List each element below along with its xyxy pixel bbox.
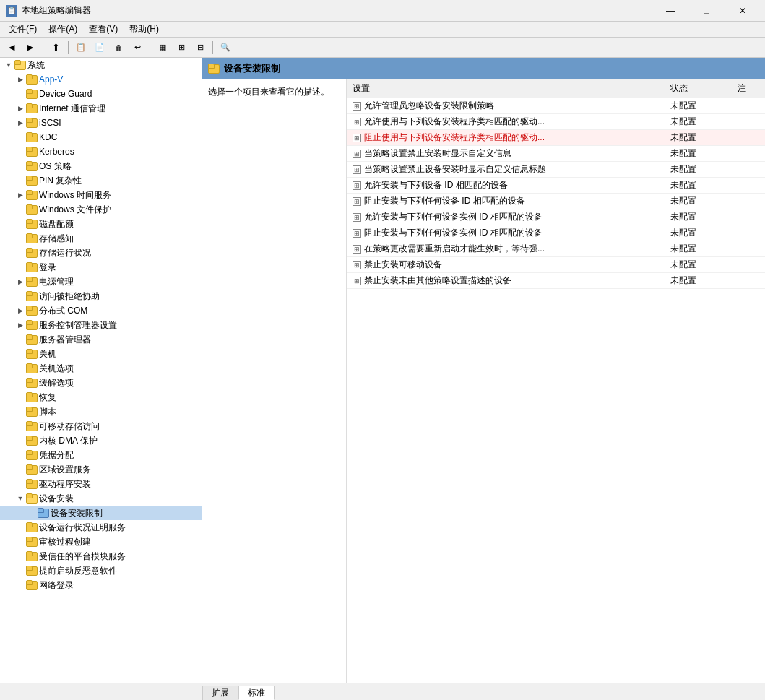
- col-status[interactable]: 状态: [665, 79, 732, 98]
- expander-appv[interactable]: ▶: [14, 74, 26, 85]
- setting-name: ⊞禁止安装未由其他策略设置描述的设备: [347, 273, 665, 289]
- folder-icon-login: [26, 262, 38, 272]
- table-row[interactable]: ⊞当策略设置禁止安装时显示自定义信息未配置: [347, 146, 765, 162]
- tree-node-auditcreate[interactable]: 审核过程创建: [0, 535, 202, 549]
- policy-icon: ⊞: [353, 181, 361, 190]
- folder-icon-diskquota: [26, 219, 38, 229]
- setting-note: [732, 257, 765, 273]
- tree-node-deviceruntime[interactable]: 设备运行状况证明服务: [0, 520, 202, 535]
- table-row[interactable]: ⊞允许安装与下列设备 ID 相匹配的设备未配置: [347, 178, 765, 194]
- setting-name: ⊞阻止使用与下列设备安装程序类相匹配的驱动...: [347, 130, 665, 146]
- expander-wintime[interactable]: ▶: [14, 189, 26, 201]
- table-row[interactable]: ⊞禁止安装未由其他策略设置描述的设备未配置: [347, 273, 765, 289]
- expander-power[interactable]: ▶: [14, 276, 26, 288]
- tree-node-driverinstall[interactable]: 驱动程序安装: [0, 477, 202, 491]
- tree-label-netlogon: 网络登录: [39, 579, 74, 592]
- tree-panel[interactable]: ▼ 系统 ▶ App-V Device Guard ▶ Internet 通信管…: [0, 58, 202, 683]
- tree-node-wintime[interactable]: ▶ Windows 时间服务: [0, 188, 202, 202]
- toolbar-properties[interactable]: ↩: [129, 40, 146, 56]
- tree-node-recovery[interactable]: 恢复: [0, 390, 202, 405]
- table-row[interactable]: ⊞在策略更改需要重新启动才能生效时，等待强...未配置: [347, 241, 765, 257]
- tree-node-servermgr[interactable]: 服务器管理器: [0, 332, 202, 347]
- toolbar-paste[interactable]: 📄: [91, 40, 108, 56]
- toolbar-forward[interactable]: ▶: [22, 40, 39, 56]
- tree-node-trustedplatform[interactable]: 受信任的平台模块服务: [0, 549, 202, 563]
- settings-panel[interactable]: 设置 状态 注 ⊞允许管理员忽略设备安装限制策略未配置⊞允许使用与下列设备安装程…: [347, 79, 765, 683]
- folder-icon-shutdown: [26, 349, 38, 359]
- tree-label-iscsi: iSCSI: [39, 118, 61, 128]
- tree-node-mitigation[interactable]: 缓解选项: [0, 376, 202, 390]
- table-row[interactable]: ⊞当策略设置禁止设备安装时显示自定义信息标题未配置: [347, 162, 765, 178]
- table-row[interactable]: ⊞允许管理员忽略设备安装限制策略未配置: [347, 98, 765, 114]
- tree-node-removable[interactable]: 可移动存储访问: [0, 419, 202, 433]
- toolbar-copy[interactable]: 📋: [72, 40, 90, 56]
- tree-node-credassign[interactable]: 凭据分配: [0, 448, 202, 462]
- toolbar-back[interactable]: ◀: [3, 40, 20, 56]
- toolbar-delete[interactable]: 🗑: [110, 40, 127, 56]
- tree-node-scm[interactable]: ▶ 服务控制管理器设置: [0, 318, 202, 332]
- setting-name: ⊞阻止安装与下列任何设备实例 ID 相匹配的设备: [347, 225, 665, 241]
- table-row[interactable]: ⊞阻止使用与下列设备安装程序类相匹配的驱动...未配置: [347, 130, 765, 146]
- tree-node-deviceinstall[interactable]: ▼ 设备安装: [0, 491, 202, 506]
- menu-help[interactable]: 帮助(H): [124, 22, 165, 37]
- minimize-button[interactable]: —: [654, 0, 687, 22]
- expander-system[interactable]: ▼: [3, 59, 14, 71]
- tree-node-storagestatus[interactable]: 存储运行状况: [0, 246, 202, 260]
- tree-node-kdc[interactable]: KDC: [0, 130, 202, 144]
- tree-node-accessdenied[interactable]: 访问被拒绝协助: [0, 289, 202, 303]
- col-setting[interactable]: 设置: [347, 79, 665, 98]
- menu-file[interactable]: 文件(F): [3, 22, 43, 37]
- tree-node-script[interactable]: 脚本: [0, 405, 202, 419]
- tree-node-iscsi[interactable]: ▶ iSCSI: [0, 116, 202, 130]
- tree-node-locale[interactable]: 区域设置服务: [0, 462, 202, 477]
- expander-distcom[interactable]: ▶: [14, 305, 26, 316]
- col-note[interactable]: 注: [732, 79, 765, 98]
- tree-node-netlogon[interactable]: 网络登录: [0, 578, 202, 592]
- app-icon: 📋: [6, 5, 17, 17]
- folder-icon-mitigation: [26, 378, 38, 388]
- tree-node-deviceinstallrestrict[interactable]: 设备安装限制: [0, 506, 202, 520]
- close-button[interactable]: ✕: [726, 0, 759, 22]
- menu-view[interactable]: 查看(V): [83, 22, 124, 37]
- expander-iscsi[interactable]: ▶: [14, 117, 26, 129]
- tree-node-appv[interactable]: ▶ App-V: [0, 72, 202, 87]
- table-row[interactable]: ⊞阻止安装与下列任何设备 ID 相匹配的设备未配置: [347, 194, 765, 209]
- table-row[interactable]: ⊞阻止安装与下列任何设备实例 ID 相匹配的设备未配置: [347, 225, 765, 241]
- expander-scm[interactable]: ▶: [14, 319, 26, 331]
- toolbar-smallicon[interactable]: ⊟: [191, 40, 209, 56]
- tree-node-diskquota[interactable]: 磁盘配额: [0, 217, 202, 231]
- toolbar-view[interactable]: ▦: [154, 40, 171, 56]
- table-row[interactable]: ⊞允许使用与下列设备安装程序类相匹配的驱动...未配置: [347, 114, 765, 130]
- expander-internet[interactable]: ▶: [14, 103, 26, 114]
- tree-node-earlylaunch[interactable]: 提前启动反恶意软件: [0, 563, 202, 578]
- expander-deviceinstall[interactable]: ▼: [14, 493, 26, 504]
- toolbar-up[interactable]: ⬆: [47, 40, 64, 56]
- menu-action[interactable]: 操作(A): [43, 22, 83, 37]
- toolbar-largeicon[interactable]: ⊞: [173, 40, 190, 56]
- tree-node-power[interactable]: ▶ 电源管理: [0, 275, 202, 289]
- tree-node-kerneldma[interactable]: 内核 DMA 保护: [0, 433, 202, 448]
- tree-node-shutdownopt[interactable]: 关机选项: [0, 361, 202, 376]
- tree-node-shutdown[interactable]: 关机: [0, 347, 202, 361]
- table-row[interactable]: ⊞允许安装与下列任何设备实例 ID 相匹配的设备未配置: [347, 209, 765, 225]
- tree-node-pin[interactable]: PIN 复杂性: [0, 173, 202, 188]
- tree-node-system[interactable]: ▼ 系统: [0, 58, 202, 72]
- setting-status: 未配置: [665, 98, 732, 114]
- table-row[interactable]: ⊞禁止安装可移动设备未配置: [347, 257, 765, 273]
- tree-node-kerberos[interactable]: Kerberos: [0, 144, 202, 159]
- tree-node-winfile[interactable]: Windows 文件保护: [0, 202, 202, 217]
- tab-standard[interactable]: 标准: [238, 686, 275, 700]
- folder-icon-storagestatus: [26, 248, 38, 258]
- toolbar-filter[interactable]: 🔍: [217, 40, 234, 56]
- tree-node-ospolicy[interactable]: OS 策略: [0, 159, 202, 173]
- tree-node-storage[interactable]: 存储感知: [0, 231, 202, 246]
- tab-extend[interactable]: 扩展: [202, 686, 238, 700]
- tree-node-login[interactable]: 登录: [0, 260, 202, 275]
- maximize-button[interactable]: □: [690, 0, 723, 22]
- tree-node-deviceguard[interactable]: Device Guard: [0, 87, 202, 101]
- folder-icon-servermgr: [26, 334, 38, 345]
- tree-node-internet[interactable]: ▶ Internet 通信管理: [0, 101, 202, 116]
- right-header-title: 设备安装限制: [224, 62, 280, 75]
- expander-kdc: [14, 131, 26, 143]
- tree-node-distcom[interactable]: ▶ 分布式 COM: [0, 303, 202, 318]
